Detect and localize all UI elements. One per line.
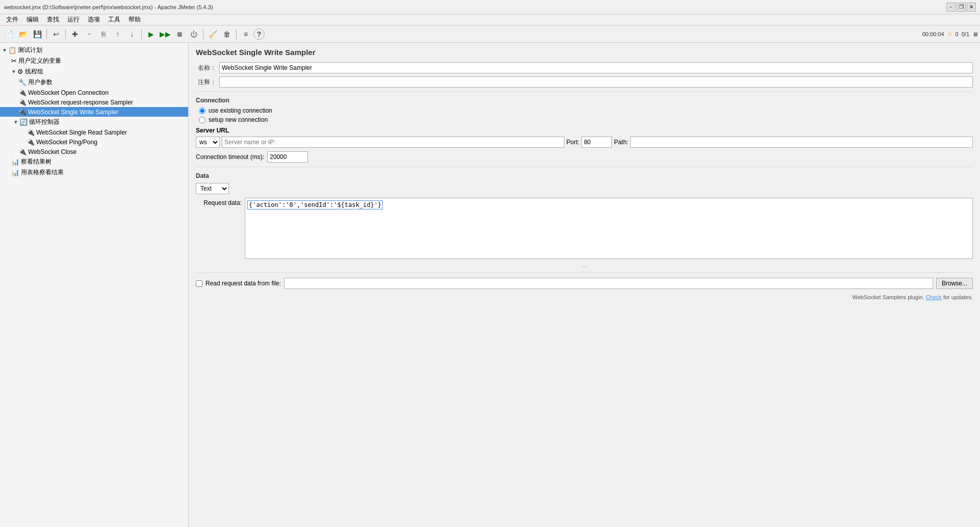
copy-button[interactable]: ⎘ — [97, 28, 110, 41]
toolbar: 📄 📂 💾 ↩ ✚ － ⎘ ↑ ↓ ▶ ▶▶ ⏹ ⏻ 🧹 🗑 ≡ ? 00:00… — [0, 25, 980, 43]
run-ratio: 0/1 — [962, 31, 969, 37]
revert-button[interactable]: ↩ — [49, 28, 63, 41]
new-button[interactable]: 📄 — [2, 28, 15, 41]
tree-item-loop-ctrl[interactable]: ▼ 🔄 循环控制器 — [0, 117, 188, 127]
tree-item-ws-reqresp[interactable]: 🔌 WebSocket request-response Sampler — [0, 97, 188, 107]
tree-item-user-params[interactable]: 🔧 用户参数 — [0, 77, 188, 88]
path-input[interactable] — [630, 137, 973, 148]
help-button[interactable]: ? — [253, 29, 265, 40]
timeout-label: Connection timeout (ms): — [196, 153, 264, 161]
divider-1 — [196, 91, 973, 92]
name-row: 名称： — [189, 61, 980, 75]
ws-protocol-select[interactable]: ws wss — [196, 137, 220, 148]
start-no-pause-button[interactable]: ▶▶ — [159, 28, 172, 41]
menu-item-查找[interactable]: 查找 — [43, 14, 63, 25]
titlebar: websocket.jmx (D:\Software\jmeter-perf\j… — [0, 0, 980, 14]
name-label: 名称： — [196, 64, 216, 72]
server-url-row: ws wss Port: Path: — [189, 135, 980, 149]
radio-new-label[interactable]: setup new connection — [199, 116, 970, 123]
panel-title: WebSocket Single Write Sampler — [189, 43, 980, 61]
close-button[interactable]: ✕ — [967, 3, 976, 12]
connection-section-header: Connection — [189, 94, 980, 106]
name-input[interactable] — [219, 62, 973, 73]
userparams-icon: 🔧 — [18, 78, 27, 86]
tree-item-ws-single-write[interactable]: 🔌 WebSocket Single Write Sampler — [0, 107, 188, 117]
tree-label-ws-single-read: WebSocket Single Read Sampler — [36, 129, 127, 136]
clear-button[interactable]: 🧹 — [206, 28, 219, 41]
menu-item-文件[interactable]: 文件 — [2, 14, 22, 25]
minimize-button[interactable]: － — [946, 3, 956, 12]
clear-all-button[interactable]: 🗑 — [220, 28, 234, 41]
radio-existing-label[interactable]: use existing connection — [199, 107, 970, 114]
menu-item-编辑[interactable]: 编辑 — [22, 14, 43, 25]
move-down-button[interactable]: ↓ — [125, 28, 139, 41]
menu-item-工具[interactable]: 工具 — [104, 14, 124, 25]
menu-item-帮助[interactable]: 帮助 — [124, 14, 145, 25]
tree-label-ws-ping: WebSocket Ping/Pong — [36, 139, 97, 146]
comment-input[interactable] — [219, 76, 973, 88]
timeout-row: Connection timeout (ms): — [189, 149, 980, 165]
restore-button[interactable]: ❐ — [957, 3, 966, 12]
request-data-value: {'action':'0','sendId':'${task_id}'} — [247, 200, 383, 209]
file-input[interactable] — [284, 278, 933, 289]
file-checkbox[interactable] — [196, 280, 202, 287]
separator-5 — [236, 29, 237, 39]
tree-item-ws-close[interactable]: 🔌 WebSocket Close — [0, 147, 188, 156]
tree-label-view-results: 察看结果树 — [21, 157, 51, 166]
stop-button[interactable]: ⏹ — [173, 28, 186, 41]
menu-item-运行[interactable]: 运行 — [63, 14, 84, 25]
threadgroup-icon: ⚙ — [17, 68, 23, 75]
toolbar-right: 00:00:04 ⚠ 0 0/1 🖥 — [922, 31, 978, 37]
wssingleread-icon: 🔌 — [27, 128, 35, 136]
radio-existing-text: use existing connection — [209, 107, 272, 114]
tree-label-test-plan: 测试计划 — [18, 46, 42, 55]
open-button[interactable]: 📂 — [16, 28, 30, 41]
tree-item-aggregate-report[interactable]: 📊 用表格察看结果 — [0, 167, 188, 178]
menu-item-选项[interactable]: 选项 — [84, 14, 104, 25]
move-up-button[interactable]: ↑ — [111, 28, 124, 41]
connection-radio-group: use existing connection setup new connec… — [189, 106, 980, 125]
comment-label: 注释： — [196, 78, 216, 87]
tree-label-user-params: 用户参数 — [28, 78, 53, 87]
request-data-container: Request data: {'action':'0','sendId':'${… — [189, 196, 980, 260]
comment-row: 注释： — [189, 75, 980, 89]
radio-new-text: setup new connection — [209, 116, 268, 123]
tree-label-ws-single-write: WebSocket Single Write Sampler — [28, 109, 118, 116]
timeout-input[interactable] — [267, 151, 308, 163]
aggregate-icon: 📊 — [11, 169, 19, 176]
tree-item-ws-single-read[interactable]: 🔌 WebSocket Single Read Sampler — [0, 127, 188, 137]
tree-item-view-results[interactable]: 📊 察看结果树 — [0, 156, 188, 167]
radio-new[interactable] — [199, 117, 205, 123]
tree-label-user-vars: 用户定义的变量 — [18, 57, 61, 65]
function-helper-button[interactable]: ≡ — [239, 28, 252, 41]
remove-button[interactable]: － — [83, 28, 96, 41]
radio-existing[interactable] — [199, 108, 205, 114]
request-data-wrapper[interactable]: {'action':'0','sendId':'${task_id}'} — [245, 198, 973, 259]
footer-row: WebSocket Samplers plugin. Check for upd… — [189, 292, 980, 302]
wsreqresp-icon: 🔌 — [18, 98, 27, 106]
tree-item-user-vars[interactable]: ✂ 用户定义的变量 — [0, 56, 188, 66]
tree-item-test-plan[interactable]: ▼ 📋 测试计划 — [0, 45, 188, 56]
run-button[interactable]: ▶ — [144, 28, 158, 41]
data-type-select[interactable]: Text Binary — [196, 183, 229, 194]
browse-button[interactable]: Browse... — [936, 278, 973, 289]
port-label: Port: — [566, 139, 579, 146]
tree-item-thread-group[interactable]: ▼ ⚙ 线程组 — [0, 66, 188, 77]
toggle-loop-ctrl[interactable]: ▼ — [13, 119, 18, 125]
tree-label-loop-ctrl: 循环控制器 — [29, 118, 60, 126]
data-type-row: Text Binary — [189, 181, 980, 196]
tree-item-ws-open[interactable]: 🔌 WebSocket Open Connection — [0, 88, 188, 97]
toggle-thread-group[interactable]: ▼ — [11, 69, 16, 74]
port-input[interactable] — [581, 137, 612, 148]
server-input[interactable] — [222, 137, 564, 148]
window-title: websocket.jmx (D:\Software\jmeter-perf\j… — [4, 4, 213, 10]
footer-link[interactable]: Check — [926, 294, 942, 300]
tree-label-ws-reqresp: WebSocket request-response Sampler — [28, 99, 133, 106]
window-controls: － ❐ ✕ — [946, 3, 976, 12]
toggle-test-plan[interactable]: ▼ — [2, 47, 7, 53]
save-button[interactable]: 💾 — [31, 28, 44, 41]
separator-2 — [65, 29, 66, 39]
add-button[interactable]: ✚ — [68, 28, 82, 41]
shutdown-button[interactable]: ⏻ — [187, 28, 200, 41]
tree-item-ws-ping[interactable]: 🔌 WebSocket Ping/Pong — [0, 137, 188, 147]
